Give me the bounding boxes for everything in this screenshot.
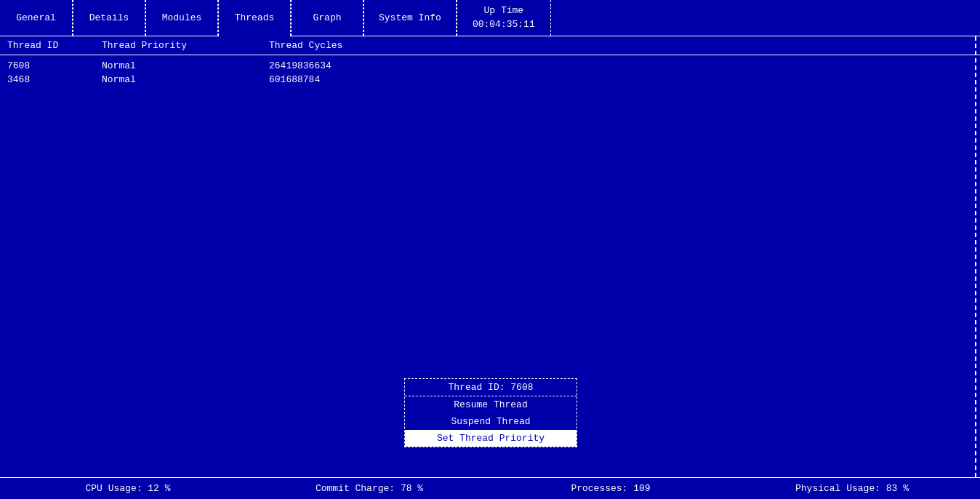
nav-graph[interactable]: Graph — [291, 0, 364, 36]
table-row[interactable]: 3468 Normal 601688784 — [7, 73, 973, 87]
nav-uptime: Up Time 00:04:35:11 — [457, 0, 551, 36]
nav-system-info[interactable]: System Info — [364, 0, 457, 36]
nav-details[interactable]: Details — [73, 0, 145, 36]
commit-charge: Commit Charge: 78 % — [249, 483, 490, 494]
nav-graph-label: Graph — [313, 12, 341, 23]
table-body: 7608 Normal 26419836634 3468 Normal 6016… — [0, 55, 980, 90]
context-menu-set-priority[interactable]: Set Thread Priority — [405, 430, 577, 447]
uptime-label: Up Time — [484, 4, 524, 17]
row1-thread-id: 3468 — [7, 74, 102, 85]
row0-thread-id: 7608 — [7, 60, 102, 71]
uptime-value: 00:04:35:11 — [473, 18, 535, 31]
nav-threads-label: Threads — [235, 12, 275, 23]
row0-thread-priority: Normal — [102, 60, 269, 71]
table-header: Thread ID Thread Priority Thread Cycles — [0, 36, 980, 55]
nav-threads[interactable]: Threads — [218, 0, 291, 36]
nav-bar: General Details Modules Threads Graph Sy… — [0, 0, 980, 36]
nav-general-label: General — [16, 12, 56, 23]
nav-modules-label: Modules — [162, 12, 202, 23]
status-bar: CPU Usage: 12 % Commit Charge: 78 % Proc… — [0, 477, 980, 499]
main-content: Thread ID Thread Priority Thread Cycles … — [0, 36, 980, 477]
context-menu-resume[interactable]: Resume Thread — [405, 396, 577, 413]
nav-modules[interactable]: Modules — [145, 0, 218, 36]
processes: Processes: 109 — [490, 483, 731, 494]
context-menu-suspend[interactable]: Suspend Thread — [405, 413, 577, 430]
physical-usage: Physical Usage: 83 % — [731, 483, 973, 494]
context-menu-title: Thread ID: 7608 — [405, 379, 577, 396]
nav-details-label: Details — [89, 12, 129, 23]
nav-system-info-label: System Info — [379, 12, 441, 23]
table-row[interactable]: 7608 Normal 26419836634 — [7, 59, 973, 73]
nav-general[interactable]: General — [0, 0, 73, 36]
row1-thread-cycles: 601688784 — [269, 74, 973, 85]
col-header-thread-id: Thread ID — [7, 40, 102, 51]
col-header-thread-cycles: Thread Cycles — [269, 40, 973, 51]
cpu-usage: CPU Usage: 12 % — [7, 483, 249, 494]
col-header-thread-priority: Thread Priority — [102, 40, 269, 51]
row1-thread-priority: Normal — [102, 74, 269, 85]
context-menu: Thread ID: 7608 Resume Thread Suspend Th… — [404, 378, 577, 447]
row0-thread-cycles: 26419836634 — [269, 60, 973, 71]
